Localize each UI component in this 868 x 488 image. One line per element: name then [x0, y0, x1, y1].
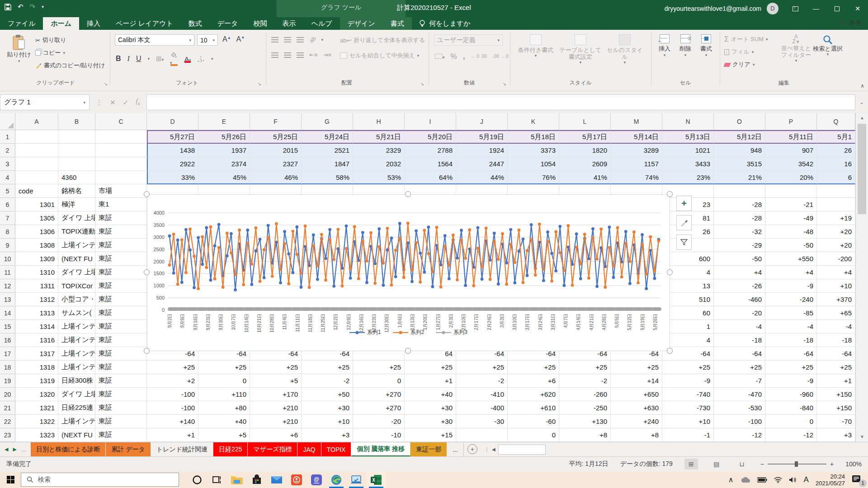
cell-P16[interactable]: -18	[765, 333, 817, 347]
merge-center-button[interactable]: セルを結合して中央揃え▾	[340, 52, 419, 60]
ribbon-display-options-icon[interactable]	[785, 0, 806, 17]
page-break-view-icon[interactable]: ⊔	[735, 459, 749, 469]
align-right-icon[interactable]	[297, 52, 304, 58]
chart-styles-button[interactable]	[676, 215, 692, 230]
cell-F18[interactable]: +25	[250, 361, 302, 374]
cell-O18[interactable]: +25	[714, 361, 765, 374]
cell-G1[interactable]: 5月24日	[302, 130, 353, 144]
cell-D1[interactable]: 5月27日	[147, 130, 198, 144]
row-header-19[interactable]: 19	[0, 374, 15, 388]
cell-L22[interactable]: +130	[559, 415, 611, 428]
column-header-E[interactable]: E	[198, 113, 250, 130]
cell-N10[interactable]: 600	[662, 252, 714, 266]
tab-校閲[interactable]: 校閲	[245, 17, 274, 30]
cell-I22[interactable]: +30	[405, 415, 456, 428]
cell-I20[interactable]: +40	[405, 388, 456, 401]
font-name-combo[interactable]: Calibri 本文▾	[115, 34, 194, 46]
tab-挿入[interactable]: 挿入	[79, 17, 108, 30]
row-header-15[interactable]: 15	[0, 320, 15, 333]
cell-N13[interactable]: 510	[662, 293, 714, 306]
cell-F19[interactable]: +5	[250, 374, 302, 388]
cell-P22[interactable]: 0	[765, 415, 817, 428]
align-bottom-icon[interactable]	[297, 37, 304, 42]
row-header-17[interactable]: 17	[0, 347, 15, 361]
clipboard-dialog-launcher-icon[interactable]: ↘	[104, 81, 108, 86]
bold-button[interactable]: B	[116, 55, 121, 63]
cell-D18[interactable]: +25	[147, 361, 198, 374]
cell-H21[interactable]: +270	[353, 401, 405, 415]
cell-P21[interactable]: -840	[765, 401, 817, 415]
cell-C6[interactable]: 東1	[95, 198, 147, 211]
cell-K21[interactable]: +610	[508, 401, 559, 415]
cell-O7[interactable]: -28	[714, 211, 765, 225]
cell-D22[interactable]: +140	[147, 415, 198, 428]
tab-file[interactable]: ファイル	[0, 17, 43, 30]
cell-F3[interactable]: 2327	[250, 157, 302, 171]
cell-B15[interactable]: 上場インテ	[58, 320, 95, 333]
cell-C13[interactable]: 東証	[95, 293, 147, 306]
find-select-button[interactable]: 検索と選択▾	[813, 34, 843, 56]
tab-数式[interactable]: 数式	[181, 17, 210, 30]
cell-F20[interactable]: +170	[250, 388, 302, 401]
cell-K20[interactable]: +620	[508, 388, 559, 401]
row-header-16[interactable]: 16	[0, 333, 15, 347]
column-header-I[interactable]: I	[405, 113, 456, 130]
formula-input[interactable]	[146, 94, 855, 110]
row-header-9[interactable]: 9	[0, 239, 15, 252]
cell-O16[interactable]: -18	[714, 333, 765, 347]
store-icon[interactable]	[247, 471, 267, 488]
cell-N4[interactable]: 23%	[662, 171, 714, 184]
cell-O8[interactable]: -32	[714, 225, 765, 239]
cell-B4[interactable]: 4360	[58, 171, 95, 184]
row-header-13[interactable]: 13	[0, 293, 15, 306]
cell-G18[interactable]: +25	[302, 361, 353, 374]
row-header-1[interactable]: 1	[0, 130, 15, 144]
cell-B19[interactable]: 日経300株	[58, 374, 95, 388]
number-format-combo[interactable]: ユーザー定義▾	[434, 34, 503, 46]
cell-Q7[interactable]: +19	[817, 211, 855, 225]
chart-selection-handle[interactable]	[144, 269, 150, 275]
cell-M4[interactable]: 74%	[611, 171, 662, 184]
alignment-dialog-launcher-icon[interactable]: ↘	[420, 81, 424, 86]
cell-N18[interactable]: +25	[662, 361, 714, 374]
decrease-decimal-icon[interactable]: .00 →.0	[493, 54, 509, 59]
cell-C15[interactable]: 東証	[95, 320, 147, 333]
cell-J19[interactable]: -2	[456, 374, 508, 388]
cell-C20[interactable]: 東証	[95, 388, 147, 401]
zoom-in-icon[interactable]: +	[830, 460, 834, 468]
cell-P3[interactable]: 3542	[765, 157, 817, 171]
cell-N2[interactable]: 1021	[662, 144, 714, 157]
row-header-7[interactable]: 7	[0, 211, 15, 225]
onedrive-cloud-icon[interactable]	[741, 477, 750, 483]
cell-M21[interactable]: +630	[611, 401, 662, 415]
align-left-icon[interactable]	[271, 52, 278, 58]
cell-K1[interactable]: 5月18日	[508, 130, 559, 144]
cell-P13[interactable]: -240	[765, 293, 817, 306]
cell-M19[interactable]: +14	[611, 374, 662, 388]
cell-C12[interactable]: 東証	[95, 279, 147, 293]
cell-A3[interactable]	[15, 157, 58, 171]
cell-G19[interactable]: -2	[302, 374, 353, 388]
cell-P4[interactable]: 20%	[765, 171, 817, 184]
delete-cells-button[interactable]: ✕ 削除▾	[675, 34, 695, 57]
cell-B12[interactable]: TOPIXCor	[58, 279, 95, 293]
cell-N3[interactable]: 3433	[662, 157, 714, 171]
cell-E23[interactable]: +5	[198, 428, 250, 442]
cell-H19[interactable]: 0	[353, 374, 405, 388]
cell-A22[interactable]: 1322	[15, 415, 58, 428]
cell-H2[interactable]: 2329	[353, 144, 405, 157]
sheet-tab-累計 データ[interactable]: 累計 データ	[106, 442, 151, 456]
cell-H22[interactable]: -20	[353, 415, 405, 428]
cell-Q16[interactable]: -18	[817, 333, 855, 347]
tab-書式[interactable]: 書式	[383, 17, 412, 30]
sheet-more-icon[interactable]: …	[21, 447, 26, 452]
decrease-indent-icon[interactable]: ⇤≡	[309, 52, 317, 58]
cell-M2[interactable]: 3289	[611, 144, 662, 157]
cell-J20[interactable]: -410	[456, 388, 508, 401]
cell-J4[interactable]: 44%	[456, 171, 508, 184]
select-all-corner[interactable]	[0, 113, 15, 130]
row-header-20[interactable]: 20	[0, 388, 15, 401]
row-header-8[interactable]: 8	[0, 225, 15, 239]
cell-L18[interactable]: +25	[559, 361, 611, 374]
row-header-11[interactable]: 11	[0, 266, 15, 279]
